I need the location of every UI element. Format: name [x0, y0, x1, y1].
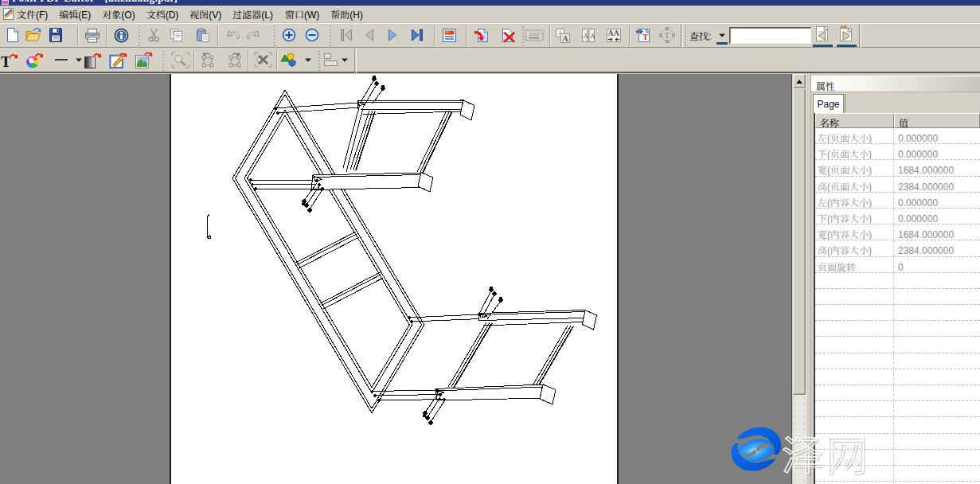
toolbar-separator [106, 25, 107, 46]
menu-edit[interactable]: 编辑(E) [59, 6, 91, 22]
toolbar-separator [193, 50, 195, 71]
find-previous-button[interactable] [813, 25, 833, 45]
toolbar-separator [276, 50, 278, 71]
property-row[interactable]: 左(内容大小)0.000000 [815, 193, 980, 209]
compare-font-button[interactable]: AA [579, 25, 598, 45]
property-name: 宽(内容大小) [815, 224, 894, 240]
undo-button [223, 25, 242, 45]
zoom-out-button[interactable] [303, 25, 322, 45]
document-canvas[interactable] [0, 74, 792, 484]
property-name: 宽(页面大小) [815, 160, 894, 175]
find-next-button[interactable] [837, 25, 857, 45]
menu-filter[interactable]: 过滤器(L) [232, 6, 273, 22]
property-value [894, 369, 980, 384]
svg-text:AA: AA [608, 29, 620, 37]
char-spacing-button[interactable]: AA [604, 25, 623, 45]
info-icon [114, 28, 129, 43]
dropdown-arrow-icon [305, 58, 311, 62]
property-row-empty [815, 401, 980, 417]
insert-shape-button[interactable] [279, 50, 299, 69]
menu-object[interactable]: 对象(O) [102, 6, 135, 22]
prev-page-button [360, 25, 379, 45]
scrollbar-thumb[interactable] [793, 88, 806, 395]
replace-font-button[interactable]: AA [553, 25, 572, 45]
property-value: 0.000000 [894, 128, 980, 143]
property-row-empty [815, 337, 980, 353]
app-icon [2, 0, 9, 5]
property-row[interactable]: 宽(内容大小)1684.000000 [815, 224, 980, 240]
column-header-name[interactable]: 名称 [815, 113, 894, 128]
toolbar-separator [77, 25, 79, 46]
property-value [894, 385, 980, 400]
add-color-button[interactable] [25, 50, 45, 69]
find-label: 查找: [689, 29, 711, 42]
zoom-in-icon [282, 28, 296, 42]
property-row-empty [815, 273, 980, 289]
rotate-page-button[interactable] [472, 25, 491, 45]
menu-file[interactable]: 文件(F) [17, 6, 48, 22]
find-hot-underline [716, 42, 728, 45]
save-button[interactable] [46, 25, 65, 45]
property-row[interactable]: 高(内容大小)2384.000000 [815, 240, 980, 256]
pdf-page[interactable] [170, 74, 619, 484]
document-icon [2, 7, 15, 23]
panel-splitter[interactable] [806, 74, 811, 484]
print-icon [84, 28, 100, 43]
rotate-right-icon [225, 52, 243, 68]
add-text-button[interactable]: T [0, 50, 19, 69]
property-row[interactable]: 下(页面大小)0.000000 [815, 144, 980, 160]
add-image-button[interactable] [135, 50, 154, 69]
cut-button [144, 25, 163, 45]
property-value: 2384.000000 [894, 177, 980, 192]
icon [813, 25, 832, 44]
text-circle-icon: T [659, 27, 675, 43]
find-dropdown[interactable] [716, 26, 728, 44]
dropdown-arrow-button[interactable] [74, 50, 84, 69]
save-icon [49, 27, 63, 43]
paste-icon [196, 28, 210, 43]
dropdown-arrow-button[interactable] [303, 50, 313, 69]
new-document-button[interactable] [3, 25, 22, 45]
column-header-value[interactable]: 值 [894, 113, 980, 128]
page-properties-button[interactable] [439, 25, 459, 45]
keyboard-button[interactable] [525, 25, 544, 45]
menu-document[interactable]: 文档(D) [146, 6, 179, 22]
toolbar-grip [685, 26, 687, 46]
property-row[interactable]: 下(内容大小)0.000000 [815, 209, 980, 224]
dropdown-arrow-icon [342, 58, 348, 62]
property-value [894, 305, 980, 320]
menu-view[interactable]: 视图(V) [189, 6, 221, 22]
menu-window[interactable]: 窗口(W) [285, 6, 319, 22]
svg-text:A: A [563, 33, 569, 42]
rotate-right-button [225, 50, 244, 69]
open-button[interactable] [24, 25, 43, 45]
menu-help[interactable]: 帮助(H) [330, 6, 363, 22]
bottom-tray-rung-2 [532, 326, 573, 388]
main-area: 属性 Page 名称 值 左(页面大小)0.000000下(页面大小)0.000… [0, 74, 980, 484]
property-row[interactable]: 左(页面大小)0.000000 [815, 128, 980, 144]
next-page-button[interactable] [383, 25, 402, 45]
compare-font-icon: AA [581, 28, 595, 43]
add-shading-button[interactable] [84, 50, 103, 69]
find-input[interactable] [729, 27, 811, 44]
last-page-button[interactable] [407, 25, 426, 45]
scroll-up-button[interactable] [793, 74, 806, 88]
property-value [894, 450, 980, 465]
vertical-scrollbar[interactable] [793, 74, 806, 484]
delete-page-button[interactable] [498, 25, 517, 45]
info-button[interactable] [111, 25, 131, 45]
tab-page[interactable]: Page [813, 94, 844, 113]
property-row[interactable]: 高(页面大小)2384.000000 [815, 177, 980, 193]
prev-page-icon [364, 29, 375, 41]
title-bar: Foxit PDF Editor - [anzhuang.pdf] [0, 0, 980, 6]
zoom-in-button[interactable] [279, 25, 299, 45]
properties-table: 名称 值 左(页面大小)0.000000下(页面大小)0.000000宽(页面大… [814, 113, 980, 484]
line-style-button[interactable] [52, 50, 71, 69]
import-text-button[interactable]: T [634, 25, 653, 45]
property-value [894, 273, 980, 288]
print-button[interactable] [83, 25, 102, 45]
property-row[interactable]: 页面旋转0 [815, 257, 980, 273]
property-row[interactable]: 宽(页面大小)1684.000000 [815, 160, 980, 176]
property-value [894, 321, 980, 336]
edit-image-button[interactable] [109, 50, 128, 69]
